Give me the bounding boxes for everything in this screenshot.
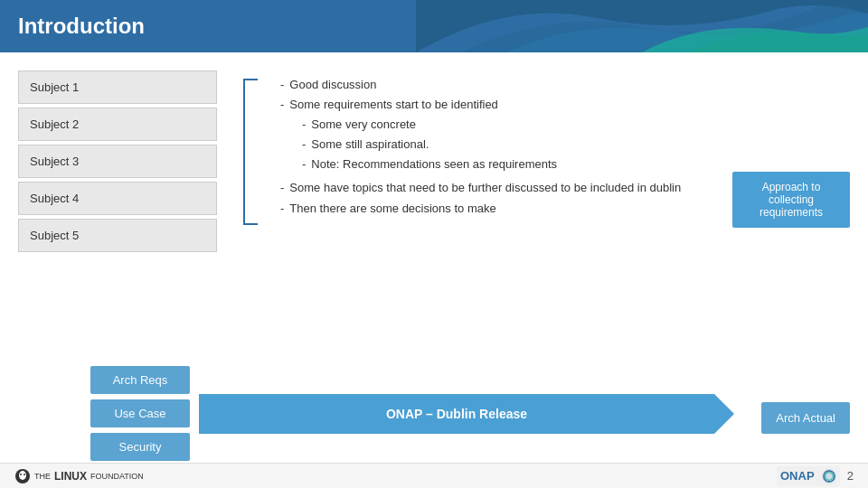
subject-item-5[interactable]: Subject 5 — [18, 219, 217, 252]
foundation-label: FOUNDATION — [90, 472, 144, 481]
sub-dash-3: - — [302, 155, 306, 174]
onap-logo: ONAP — [777, 466, 840, 486]
use-case-button[interactable]: Use Case — [90, 399, 190, 427]
linux-label: LINUX — [54, 470, 87, 483]
svg-point-1 — [19, 471, 26, 480]
approach-box: Approach to collecting requirements — [732, 172, 850, 228]
dash-4: - — [280, 199, 284, 219]
the-label: THE — [34, 472, 51, 481]
sub-bullet-concrete: Some very concrete — [311, 115, 416, 135]
linux-penguin-icon — [14, 468, 31, 484]
subject-item-3[interactable]: Subject 3 — [18, 145, 217, 178]
bullet-good-discussion: Good discussion — [289, 75, 376, 95]
footer: THE LINUX FOUNDATION ONAP 2 — [0, 463, 868, 488]
onap-dublin-label: ONAP – Dublin Release — [199, 394, 714, 434]
main-content: Subject 1 Subject 2 Subject 3 Subject 4 … — [0, 52, 868, 261]
svg-point-3 — [24, 474, 25, 475]
flow-arrow: ONAP – Dublin Release — [199, 394, 714, 434]
dash-3: - — [280, 178, 284, 198]
footer-right: ONAP 2 — [777, 466, 854, 486]
arch-reqs-button[interactable]: Arch Reqs — [90, 366, 190, 394]
bullet-topics: Some have topics that need to be further… — [289, 178, 681, 198]
dash-1: - — [280, 75, 284, 95]
bullet-some-reqs: Some requirements start to be identified — [289, 95, 498, 115]
sub-bullet-note: Note: Recommendations seen as requiremen… — [311, 155, 557, 174]
svg-point-2 — [20, 474, 22, 475]
page-number: 2 — [847, 469, 854, 483]
header: Introduction — [0, 0, 868, 52]
svg-text:ONAP: ONAP — [780, 469, 815, 483]
sub-dash-2: - — [302, 135, 306, 155]
sub-bullet-aspirational: Some still aspirational. — [311, 135, 429, 155]
sub-dash-1: - — [302, 115, 306, 135]
linux-foundation-logo: THE LINUX FOUNDATION — [14, 468, 144, 484]
subject-item-4[interactable]: Subject 4 — [18, 182, 217, 215]
bullet-decisions: Then there are some decisions to make — [289, 199, 495, 219]
subject-item-1[interactable]: Subject 1 — [18, 70, 217, 104]
approach-line1: Approach to collecting — [762, 181, 821, 206]
subject-item-2[interactable]: Subject 2 — [18, 108, 217, 141]
arch-actual-box: Arch Actual — [761, 402, 850, 434]
subject-list: Subject 1 Subject 2 Subject 3 Subject 4 … — [18, 70, 217, 252]
security-button[interactable]: Security — [90, 433, 190, 461]
bracket-area — [235, 70, 262, 252]
dash-2: - — [280, 95, 284, 115]
page-title: Introduction — [18, 14, 145, 39]
left-boxes: Arch Reqs Use Case Security — [90, 366, 190, 461]
approach-line2: requirements — [760, 206, 823, 219]
